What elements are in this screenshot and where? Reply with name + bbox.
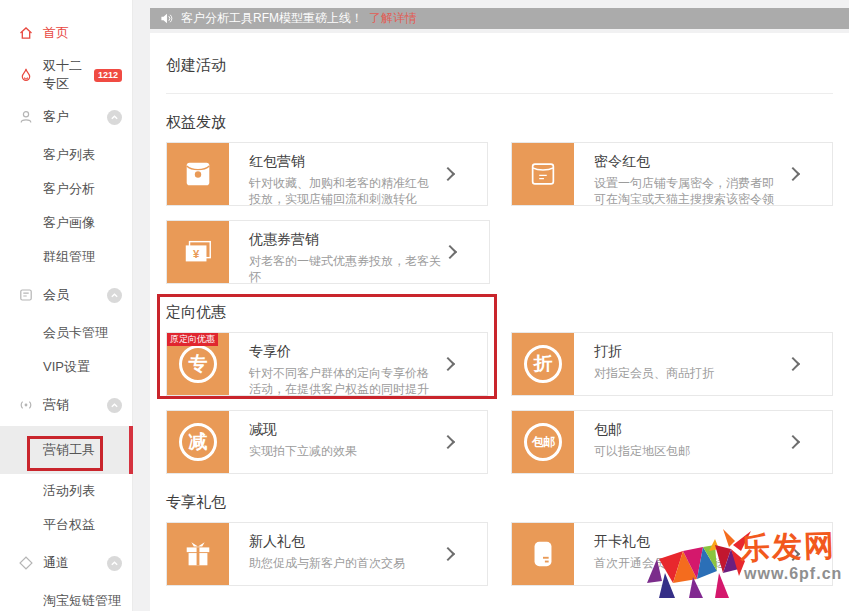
member-icon [18,287,34,303]
cash-reduction-icon: 减 [179,423,217,461]
sidebar-item-label: 活动列表 [43,482,95,500]
card-tile [512,523,574,585]
chevron-up-icon[interactable] [107,556,122,571]
card-free-shipping[interactable]: 包邮 包邮 可以指定地区包邮 [511,410,833,474]
main-panel: 创建活动 权益发放 红包营销 针对收藏、加购和老客的精准红包投放，实现店铺回流和… [150,33,849,611]
double12-badge: 1212 [94,69,122,82]
card-desc: 对指定会员、商品打折 [594,365,714,381]
card-tile: ¥ [167,221,229,283]
chevron-up-icon[interactable] [107,288,122,303]
card-tile: 折 [512,333,574,395]
sidebar-item-customer-list[interactable]: 客户列表 [0,138,132,172]
sidebar-item-marketing[interactable]: 营销 [0,384,132,426]
sidebar-item-label: 首页 [43,24,69,42]
card-tile [167,523,229,585]
sidebar: 首页 双十二专区 1212 客户 客户列表 客户分析 客户画像 群组管理 会员 [0,0,133,611]
sidebar-item-short-link[interactable]: 淘宝短链管理 [0,584,132,611]
sidebar-item-double12[interactable]: 双十二专区 1212 [0,54,132,96]
card-title: 开卡礼包 [594,533,726,551]
section-heading-targeted-offers: 定向优惠 [166,303,833,322]
sidebar-item-vip-settings[interactable]: VIP设置 [0,350,132,384]
card-title: 包邮 [594,421,690,439]
chevron-right-icon [441,435,455,449]
card-tile: 减 [167,411,229,473]
card-tile [167,143,229,205]
card-tile: 原定向优惠 专 [167,333,229,395]
customer-icon [18,109,34,125]
divider [166,93,833,94]
card-title: 红包营销 [249,153,439,171]
sidebar-item-group-management[interactable]: 群组管理 [0,240,132,274]
card-discount[interactable]: 折 打折 对指定会员、商品打折 [511,332,833,396]
sidebar-item-label: 客户画像 [43,214,95,232]
card-body: 包邮 可以指定地区包邮 [574,411,738,473]
origin-label-badge: 原定向优惠 [167,333,218,346]
card-desc: 可以指定地区包邮 [594,443,690,459]
page-title: 创建活动 [166,33,833,75]
sidebar-item-activity-list[interactable]: 活动列表 [0,474,132,508]
sidebar-item-label: 客户 [43,108,69,126]
banner-message: 客户分析工具RFM模型重磅上线！ [181,10,363,27]
sidebar-item-customer-profile[interactable]: 客户画像 [0,206,132,240]
sidebar-item-label: 客户分析 [43,180,95,198]
card-title: 专享价 [249,343,439,361]
sidebar-item-member-card[interactable]: 会员卡管理 [0,316,132,350]
speaker-icon [160,12,173,25]
card-title: 新人礼包 [249,533,405,551]
card-body: 开卡礼包 首次开通会员卡豪礼相送 [574,523,774,585]
sidebar-item-channel[interactable]: 通道 [0,542,132,584]
card-body: 打折 对指定会员、商品打折 [574,333,762,395]
sidebar-item-home[interactable]: 首页 [0,12,132,54]
cards-row: 新人礼包 助您促成与新客户的首次交易 开卡礼包 首次开通会员卡豪礼相送 [166,522,833,586]
card-secret-code-red-packet[interactable]: 密令红包 设置一句店铺专属密令，消费者即可在淘宝或天猫主搜搜索该密令领取红包 [511,142,833,206]
sidebar-item-marketing-tools[interactable]: 营销工具 [0,426,132,474]
sidebar-item-label: 营销 [43,396,69,414]
chevron-right-icon [786,435,800,449]
card-desc: 设置一句店铺专属密令，消费者即可在淘宝或天猫主搜搜索该密令领取红包 [594,175,784,205]
card-title: 密令红包 [594,153,784,171]
announcement-banner: 客户分析工具RFM模型重磅上线！ 了解详情 [150,8,849,29]
card-cash-reduction[interactable]: 减 减现 实现拍下立减的效果 [166,410,488,474]
cards-row: ¥ 优惠券营销 对老客的一键式优惠券投放，老客关怀 [166,220,833,284]
chevron-up-icon[interactable] [107,398,122,413]
sidebar-item-customer-analysis[interactable]: 客户分析 [0,172,132,206]
sidebar-item-label: 通道 [43,554,69,572]
sidebar-item-customers[interactable]: 客户 [0,96,132,138]
free-shipping-icon: 包邮 [524,423,562,461]
banner-detail-link[interactable]: 了解详情 [369,10,417,27]
sidebar-item-members[interactable]: 会员 [0,274,132,316]
chevron-up-icon[interactable] [107,110,122,125]
card-body: 减现 实现拍下立减的效果 [229,411,405,473]
card-desc: 针对不同客户群体的定向专享价格活动，在提供客户权益的同时提升转化 [249,365,439,395]
section-heading-gift-packs: 专享礼包 [166,493,833,512]
card-desc: 针对收藏、加购和老客的精准红包投放，实现店铺回流和刺激转化 [249,175,439,205]
card-card-opening-gift[interactable]: 开卡礼包 首次开通会员卡豪礼相送 [511,522,833,586]
sidebar-item-platform-benefits[interactable]: 平台权益 [0,508,132,542]
section-heading-benefits: 权益发放 [166,113,833,132]
card-coupon-marketing[interactable]: ¥ 优惠券营销 对老客的一键式优惠券投放，老客关怀 [166,220,490,284]
sidebar-item-label: 会员 [43,286,69,304]
sidebar-item-label: 群组管理 [43,248,95,266]
card-red-envelope-marketing[interactable]: 红包营销 针对收藏、加购和老客的精准红包投放，实现店铺回流和刺激转化 [166,142,488,206]
card-desc: 对老客的一键式优惠券投放，老客关怀 [249,253,441,283]
cards-row: 红包营销 针对收藏、加购和老客的精准红包投放，实现店铺回流和刺激转化 密令红包 … [166,142,833,206]
card-tile [512,143,574,205]
sidebar-item-label: 营销工具 [43,441,95,459]
card-title: 优惠券营销 [249,231,441,249]
sidebar-item-label: 双十二专区 [43,57,86,93]
sidebar-item-label: 平台权益 [43,516,95,534]
home-icon [18,25,34,41]
sidebar-item-label: 客户列表 [43,146,95,164]
flame-icon [18,67,34,83]
exclusive-price-icon: 专 [179,345,217,383]
broadcast-icon [18,397,34,413]
chevron-right-icon [786,547,800,561]
diamond-icon [18,555,34,571]
discount-icon: 折 [524,345,562,383]
card-exclusive-price[interactable]: 原定向优惠 专 专享价 针对不同客户群体的定向专享价格活动，在提供客户权益的同时… [166,332,488,396]
card-title: 减现 [249,421,357,439]
envelope-icon [527,158,559,190]
card-desc: 实现拍下立减的效果 [249,443,357,459]
cards-row: 减 减现 实现拍下立减的效果 包邮 包邮 可以指定地区包邮 [166,410,833,474]
card-newcomer-gift[interactable]: 新人礼包 助您促成与新客户的首次交易 [166,522,488,586]
